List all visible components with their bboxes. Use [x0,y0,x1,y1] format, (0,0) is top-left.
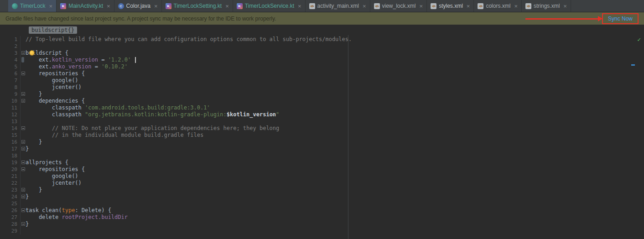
fold-collapse-icon[interactable] [21,222,25,226]
token: repositories { [26,166,85,172]
code-text[interactable]: } [26,187,42,193]
code-text[interactable]: buildscript { [26,50,68,57]
close-tab-icon[interactable]: × [363,3,366,9]
sync-now-link[interactable]: Sync Now [608,16,633,22]
fold-collapse-icon[interactable] [21,140,25,144]
tab-label: colors.xml [486,3,510,9]
code-line[interactable]: 13 [0,118,644,125]
tab-styles.xml[interactable]: styles.xml× [427,0,474,12]
code-line[interactable]: 5 ext.anko_version = '0.10.2' [0,63,644,70]
gutter-fold-column [20,200,26,207]
fold-collapse-icon[interactable] [21,126,25,130]
code-text[interactable]: allprojects { [26,159,68,166]
line-number: 19 [0,159,20,166]
token: "org.jetbrains.kotlin:kotlin-gradle-plug… [85,111,227,118]
fold-collapse-icon[interactable] [21,208,25,212]
close-tab-icon[interactable]: × [420,3,423,9]
code-text[interactable]: ext.anko_version = '0.10.2' [26,63,128,70]
code-line[interactable]: 8 jcenter() [0,84,644,91]
fold-collapse-icon[interactable] [21,147,25,151]
code-text[interactable]: } [26,139,42,145]
code-line[interactable]: 15 // in the individual module build.gra… [0,132,644,139]
code-line[interactable]: 11 classpath 'com.android.tools.build:gr… [0,104,644,111]
tab-strings.xml[interactable]: strings.xml× [522,0,571,12]
code-text[interactable]: repositories { [26,166,85,173]
tab-colors.xml[interactable]: colors.xml× [474,0,522,12]
code-line[interactable]: 12 classpath "org.jetbrains.kotlin:kotli… [0,111,644,118]
code-line[interactable]: 3buildscript { [0,50,644,57]
fold-collapse-icon[interactable] [21,99,25,103]
code-text[interactable]: } [26,91,42,98]
code-text[interactable]: } [26,221,29,228]
close-tab-icon[interactable]: × [467,3,470,9]
code-line[interactable]: 14 // NOTE: Do not place your applicatio… [0,125,644,132]
code-line[interactable]: 17} [0,145,644,152]
fold-collapse-icon[interactable] [21,167,25,171]
code-line[interactable]: 26task clean(type: Delete) { [0,207,644,214]
tab-TimerLockService.kt[interactable]: TimerLockService.kt× [233,0,306,12]
close-tab-icon[interactable]: × [225,3,229,9]
fold-collapse-icon[interactable] [21,161,25,164]
code-line[interactable]: 1// Top-level build file where you can a… [0,36,644,43]
fold-collapse-icon[interactable] [21,188,25,192]
code-text[interactable]: } [26,145,29,152]
scrollbar-caret-mark[interactable] [631,64,635,66]
code-text[interactable]: dependencies { [26,98,85,104]
code-line[interactable]: 23 } [0,187,644,193]
code-text[interactable]: ext.kotlin_version = '1.2.0' [26,57,136,63]
code-text[interactable]: classpath 'com.android.tools.build:gradl… [26,104,210,111]
code-line[interactable]: 9 } [0,91,644,98]
code-line[interactable]: 27 delete rootProject.buildDir [0,214,644,221]
close-tab-icon[interactable]: × [107,3,110,9]
line-number: 11 [0,104,20,111]
code-line[interactable]: 19allprojects { [0,159,644,166]
token: } [26,187,42,193]
code-line[interactable]: 6 repositories { [0,70,644,77]
code-line[interactable]: 18 [0,152,644,159]
code-text[interactable]: classpath "org.jetbrains.kotlin:kotlin-g… [26,111,279,118]
tab-view_lock.xml[interactable]: view_lock.xml× [370,0,427,12]
code-text[interactable]: task clean(type: Delete) { [26,207,111,214]
code-text[interactable]: delete rootProject.buildDir [26,214,128,221]
tab-label: styles.xml [439,3,463,9]
code-line[interactable]: 25 [0,200,644,207]
code-line[interactable]: 2 [0,43,644,50]
code-line[interactable]: 28} [0,221,644,228]
code-line[interactable]: 24} [0,193,644,200]
breadcrumb-item-buildscript[interactable]: buildscript{} [29,26,77,34]
code-line[interactable]: 20 repositories { [0,166,644,173]
code-line[interactable]: 21 google() [0,173,644,180]
fold-collapse-icon[interactable] [21,72,25,75]
code-line[interactable]: 4 ext.kotlin_version = '1.2.0' [0,57,644,63]
code-line[interactable]: 10 dependencies { [0,98,644,104]
code-text[interactable]: google() [26,173,78,180]
code-text[interactable]: jcenter() [26,180,82,187]
close-tab-icon[interactable]: × [514,3,518,9]
tab-TimerLock[interactable]: TimerLock× [8,0,57,12]
close-tab-icon[interactable]: × [298,3,301,9]
code-text[interactable]: jcenter() [26,84,82,91]
tab-MainActivity.kt[interactable]: MainActivity.kt× [57,0,114,12]
fold-collapse-icon[interactable] [21,195,25,198]
tab-TimerLockSetting.kt[interactable]: TimerLockSetting.kt× [162,0,233,12]
code-text[interactable]: repositories { [26,70,85,77]
close-tab-icon[interactable]: × [154,3,158,9]
tab-Color.java[interactable]: Color.java× [114,0,162,12]
code-line[interactable]: 22 jcenter() [0,180,644,187]
intention-bulb-icon[interactable] [29,50,35,56]
close-tab-icon[interactable]: × [49,3,53,9]
tab-activity_main.xml[interactable]: activity_main.xml× [306,0,370,12]
code-text[interactable]: // in the individual module build.gradle… [26,132,203,139]
xml-file-icon [525,3,531,9]
code-line[interactable]: 29 [0,228,644,234]
code-text[interactable]: // NOTE: Do not place your application d… [26,125,279,132]
code-line[interactable]: 7 google() [0,77,644,84]
fold-collapse-icon[interactable] [21,92,25,96]
code-line[interactable]: 16 } [0,139,644,145]
code-text[interactable]: google() [26,77,78,84]
close-tab-icon[interactable]: × [563,3,567,9]
code-text[interactable]: } [26,193,29,200]
code-editor[interactable]: 1// Top-level build file where you can a… [0,35,644,239]
code-text[interactable]: // Top-level build file where you can ad… [26,36,352,43]
fold-collapse-icon[interactable] [21,51,25,55]
